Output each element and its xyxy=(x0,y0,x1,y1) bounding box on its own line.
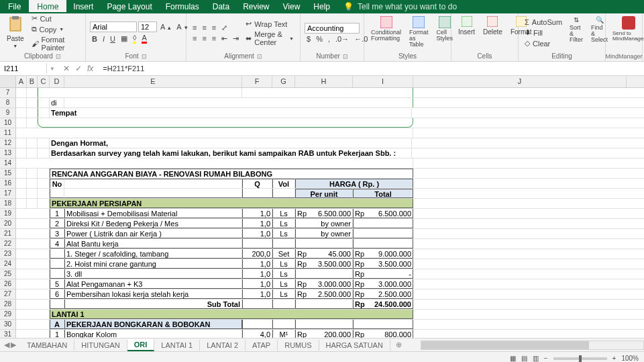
tab-review[interactable]: Review xyxy=(236,0,276,13)
cancel-formula-button[interactable]: ✕ xyxy=(63,64,70,73)
insert-cells-button[interactable]: Insert xyxy=(455,15,478,51)
align-middle-button[interactable]: ≡ xyxy=(200,23,208,32)
th-q[interactable]: Q xyxy=(242,179,272,188)
col-header[interactable]: G xyxy=(272,76,295,87)
col-header[interactable]: H xyxy=(295,76,353,87)
cell[interactable]: 1,0 xyxy=(242,209,272,218)
name-box[interactable]: I211 xyxy=(0,63,47,74)
tab-insert[interactable]: Insert xyxy=(66,0,100,13)
tab-data[interactable]: Data xyxy=(206,0,236,13)
italic-button[interactable]: I xyxy=(101,34,107,44)
row-header[interactable]: 24 xyxy=(0,259,15,269)
row-header[interactable]: 28 xyxy=(0,300,15,310)
col-header[interactable]: F xyxy=(242,76,272,87)
cell[interactable]: PEKERJAAN PERSIAPAN xyxy=(50,199,413,208)
col-header[interactable]: D xyxy=(50,76,64,87)
cell[interactable]: 2. Hoist mini crane gantung xyxy=(64,259,242,269)
merge-center-button[interactable]: ⬌Merge & Center▼ xyxy=(244,30,296,47)
increase-decimal-button[interactable]: .0→ xyxy=(333,34,351,44)
col-header[interactable]: A xyxy=(16,76,27,87)
sort-filter-button[interactable]: ⇅Sort & Filter xyxy=(567,15,586,51)
row-header[interactable]: 21 xyxy=(0,229,15,239)
th-no[interactable]: No xyxy=(50,179,64,188)
cell[interactable]: 1,0 xyxy=(242,289,272,299)
zoom-in-button[interactable]: + xyxy=(612,355,616,362)
new-sheet-button[interactable]: ⊕ xyxy=(390,341,407,349)
cell[interactable]: Set xyxy=(272,249,295,259)
cell[interactable]: 1 xyxy=(50,209,64,218)
row-header[interactable]: 14 xyxy=(0,159,15,169)
delete-cells-button[interactable]: Delete xyxy=(480,15,505,51)
format-painter-button[interactable]: 🖌Format Painter xyxy=(30,35,81,52)
cell[interactable]: 6 xyxy=(50,289,64,299)
cell[interactable]: by owner xyxy=(295,219,353,228)
cell[interactable]: by owner xyxy=(295,229,353,238)
align-top-button[interactable]: ≡ xyxy=(191,23,199,32)
col-header[interactable]: B xyxy=(27,76,38,87)
th-vol[interactable]: Vol xyxy=(272,179,295,188)
launcher-icon[interactable]: ⊡ xyxy=(56,53,61,60)
row-header[interactable]: 10 xyxy=(0,118,15,128)
orientation-button[interactable]: ⤢ xyxy=(219,23,229,33)
launcher-icon[interactable]: ⊡ xyxy=(257,53,262,60)
scrollbar-thumb[interactable] xyxy=(421,341,589,349)
sheet-nav-prev[interactable]: ◀ xyxy=(4,341,9,349)
cell[interactable]: 3. dll xyxy=(64,269,242,279)
cell[interactable]: Berdasarkan survey yang telah kami lakuk… xyxy=(50,148,412,158)
sheet-tab[interactable]: LANTAI 1 xyxy=(154,340,200,351)
align-left-button[interactable]: ≡ xyxy=(191,34,199,43)
sheet-tab[interactable]: ATAP xyxy=(246,340,278,351)
increase-indent-button[interactable]: ⇥ xyxy=(231,34,241,44)
cell[interactable]: Alat Pengamanan + K3 xyxy=(64,279,242,289)
cell[interactable]: Pembersihan lokasi kerja stelah kerja xyxy=(64,289,242,299)
sheet-tab[interactable]: HARGA SATUAN xyxy=(319,340,390,351)
cell[interactable]: Ls xyxy=(272,269,295,279)
clear-button[interactable]: ◇Clear xyxy=(523,38,564,48)
wrap-text-button[interactable]: ↩Wrap Text xyxy=(244,19,296,29)
cell[interactable]: 200,0 xyxy=(242,249,272,259)
sheet-tab-active[interactable]: ORI xyxy=(127,339,155,351)
conditional-formatting-button[interactable]: Conditional Formatting xyxy=(368,15,404,51)
tab-help[interactable]: Help xyxy=(307,0,337,13)
col-header[interactable]: C xyxy=(38,76,50,87)
cell[interactable]: RENCANA ANGGARAN BIAYA - RENOVASI RUMAH … xyxy=(50,169,413,178)
cell[interactable]: Alat Bantu kerja xyxy=(64,239,242,248)
row-header[interactable]: 18 xyxy=(0,199,15,209)
send-to-mindmanager-button[interactable]: Send to MindManager xyxy=(610,15,644,51)
decrease-indent-button[interactable]: ⇤ xyxy=(219,34,229,44)
th-harga[interactable]: HARGA ( Rp. ) xyxy=(295,179,413,188)
autosum-button[interactable]: ΣAutoSum xyxy=(523,17,564,27)
tab-file[interactable]: File xyxy=(0,0,29,13)
cell[interactable]: 2 xyxy=(50,219,64,228)
row-header[interactable]: 20 xyxy=(0,219,15,229)
row-header[interactable]: 27 xyxy=(0,289,15,300)
namebox-dropdown[interactable]: ▼ xyxy=(47,66,58,72)
cut-button[interactable]: ✂Cut xyxy=(30,13,81,24)
row-header[interactable]: 17 xyxy=(0,189,15,199)
view-page-break-button[interactable]: ▥ xyxy=(533,355,539,362)
align-right-button[interactable]: ≡ xyxy=(210,34,218,43)
accounting-format-button[interactable]: $ xyxy=(305,34,313,44)
sheet-nav-next[interactable]: ▶ xyxy=(11,341,16,349)
comma-button[interactable]: , xyxy=(326,34,332,44)
increase-font-button[interactable]: A▴ xyxy=(158,22,173,32)
row-header[interactable]: 30 xyxy=(0,320,15,330)
cell[interactable]: 1,0 xyxy=(242,259,272,269)
row-header[interactable]: 13 xyxy=(0,148,15,159)
font-color-button[interactable]: A xyxy=(140,33,148,44)
row-header[interactable]: 9 xyxy=(0,108,15,118)
cell[interactable]: LANTAI 1 xyxy=(50,310,413,319)
zoom-slider[interactable] xyxy=(553,357,607,360)
cell[interactable]: 5 xyxy=(50,279,64,289)
tab-view[interactable]: View xyxy=(276,0,307,13)
row-header[interactable]: 29 xyxy=(0,310,15,320)
tell-me-search[interactable]: 💡 Tell me what you want to do xyxy=(337,0,464,13)
col-header[interactable]: I xyxy=(353,76,413,87)
row-header[interactable]: 25 xyxy=(0,269,15,279)
tab-page-layout[interactable]: Page Layout xyxy=(100,0,158,13)
percent-button[interactable]: % xyxy=(314,34,325,44)
sheet-tab[interactable]: TAMBAHAN xyxy=(20,340,74,351)
cell[interactable]: Power ( Listrik dan air Kerja ) xyxy=(64,229,242,238)
select-all-corner[interactable] xyxy=(0,76,16,87)
cell[interactable]: 1 xyxy=(50,330,64,338)
